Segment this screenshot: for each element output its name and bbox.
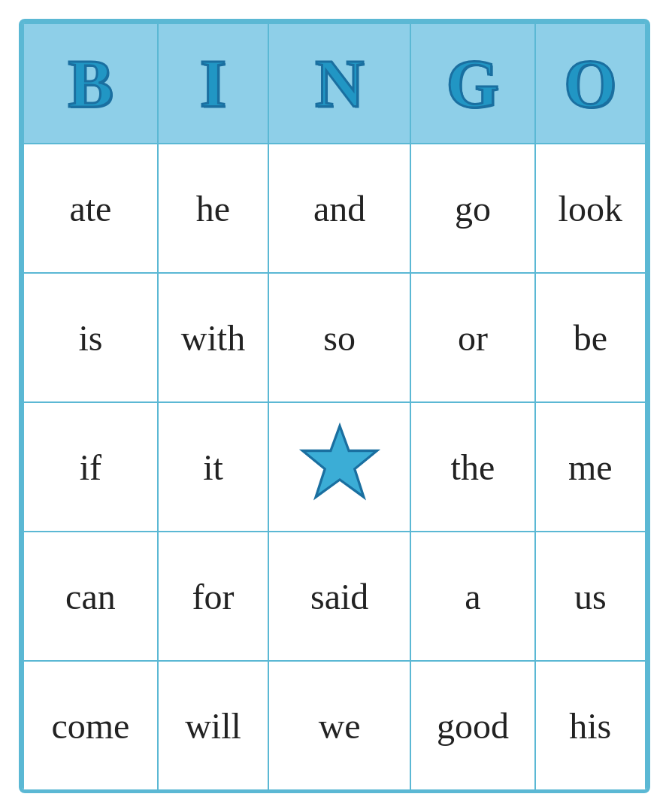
- cell-r4-c3[interactable]: good: [410, 661, 534, 790]
- cell-r3-c1[interactable]: for: [158, 532, 268, 661]
- table-row[interactable]: canforsaidaus: [23, 532, 646, 661]
- letter-n: N: [315, 45, 364, 123]
- letter-i: I: [200, 45, 226, 123]
- cell-r1-c2[interactable]: so: [268, 273, 410, 402]
- cell-r0-c0[interactable]: ate: [23, 144, 158, 273]
- header-row: B I N G O: [23, 23, 646, 144]
- cell-r4-c4[interactable]: his: [535, 661, 646, 790]
- cell-r2-c1[interactable]: it: [158, 402, 268, 532]
- cell-r2-c0[interactable]: if: [23, 402, 158, 532]
- letter-o: O: [564, 45, 616, 123]
- cell-r4-c1[interactable]: will: [158, 661, 268, 790]
- table-row[interactable]: comewillwegoodhis: [23, 661, 646, 790]
- table-row[interactable]: ifit theme: [23, 402, 646, 532]
- cell-r4-c0[interactable]: come: [23, 661, 158, 790]
- bingo-table: B I N G O ateheandgolookiswithsoorbeifit: [23, 23, 646, 791]
- bingo-body: ateheandgolookiswithsoorbeifit themecanf…: [23, 144, 646, 790]
- cell-r1-c0[interactable]: is: [23, 273, 158, 402]
- svg-marker-0: [302, 426, 377, 497]
- cell-r3-c4[interactable]: us: [535, 532, 646, 661]
- letter-g: G: [447, 45, 499, 123]
- header-o: O: [535, 23, 646, 144]
- bingo-card: B I N G O ateheandgolookiswithsoorbeifit: [19, 19, 650, 793]
- cell-r3-c2[interactable]: said: [268, 532, 410, 661]
- header-b: B: [23, 23, 158, 144]
- cell-r3-c3[interactable]: a: [410, 532, 534, 661]
- cell-r1-c4[interactable]: be: [535, 273, 646, 402]
- cell-r2-c3[interactable]: the: [410, 402, 534, 532]
- table-row[interactable]: ateheandgolook: [23, 144, 646, 273]
- table-row[interactable]: iswithsoorbe: [23, 273, 646, 402]
- letter-b: B: [68, 45, 113, 123]
- cell-r1-c3[interactable]: or: [410, 273, 534, 402]
- header-g: G: [410, 23, 534, 144]
- header-i: I: [158, 23, 268, 144]
- cell-r2-c2[interactable]: [268, 402, 410, 532]
- free-star-icon: [298, 422, 381, 504]
- header-n: N: [268, 23, 410, 144]
- cell-r0-c3[interactable]: go: [410, 144, 534, 273]
- cell-r0-c1[interactable]: he: [158, 144, 268, 273]
- cell-r0-c4[interactable]: look: [535, 144, 646, 273]
- cell-r0-c2[interactable]: and: [268, 144, 410, 273]
- cell-r1-c1[interactable]: with: [158, 273, 268, 402]
- cell-r2-c4[interactable]: me: [535, 402, 646, 532]
- cell-r4-c2[interactable]: we: [268, 661, 410, 790]
- cell-r3-c0[interactable]: can: [23, 532, 158, 661]
